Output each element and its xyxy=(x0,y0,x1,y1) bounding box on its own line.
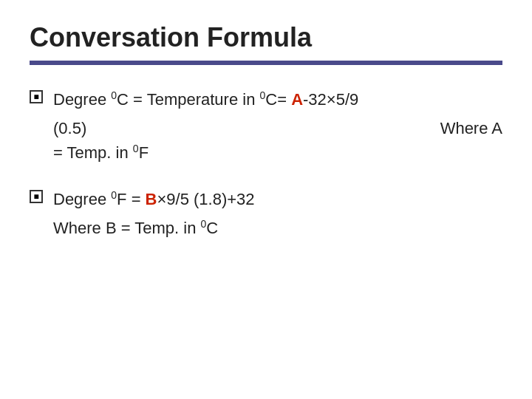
accent-bar xyxy=(30,61,502,65)
checkbox-2: ■ xyxy=(30,190,43,203)
formula-2: Degree 0F = B×9/5 (1.8)+32 xyxy=(53,187,255,211)
where-a-text: Where A xyxy=(440,116,502,140)
sub-line-1-left: (0.5) xyxy=(53,116,86,140)
bullet-row-2: ■ Degree 0F = B×9/5 (1.8)+32 xyxy=(30,187,502,211)
formula-1: Degree 0C = Temperature in 0C= A-32×5/9 xyxy=(53,87,358,112)
page: Conversation Formula ■ Degree 0C = Tempe… xyxy=(0,0,532,399)
sub-line-1: (0.5) Where A xyxy=(53,116,502,140)
bullet-section-2: ■ Degree 0F = B×9/5 (1.8)+32 Where B = T… xyxy=(30,187,502,240)
checkbox-1: ■ xyxy=(30,90,43,103)
page-title: Conversation Formula xyxy=(30,22,502,53)
bullet-section-1: ■ Degree 0C = Temperature in 0C= A-32×5/… xyxy=(30,87,502,165)
sub-line-2: = Temp. in 0F xyxy=(53,140,502,165)
highlight-b: B xyxy=(146,190,157,208)
highlight-a: A xyxy=(291,90,303,109)
sub-line-3: Where B = Temp. in 0C xyxy=(53,216,502,240)
bullet-row-1: ■ Degree 0C = Temperature in 0C= A-32×5/… xyxy=(30,87,502,112)
